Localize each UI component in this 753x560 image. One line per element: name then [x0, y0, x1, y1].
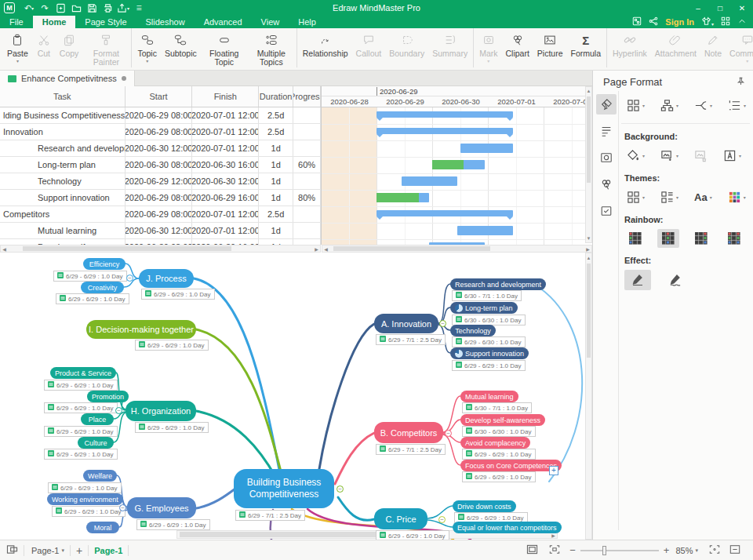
relationship-button[interactable]: Relationship — [299, 31, 352, 59]
topic-b-competitors[interactable]: B. Competitors — [374, 422, 443, 443]
add-page-button[interactable]: + — [76, 544, 82, 557]
collapse-panel-icon[interactable] — [729, 544, 740, 556]
print-button[interactable] — [100, 2, 115, 14]
panel-tab-task[interactable] — [596, 201, 617, 221]
column-header-finish[interactable]: Finish — [192, 86, 259, 107]
save-button[interactable] — [84, 2, 100, 14]
subtopic-efficiency[interactable]: Efficiency — [83, 258, 126, 270]
summary-bar-competitors[interactable] — [376, 210, 513, 216]
menu-tab-home[interactable]: Home — [33, 16, 76, 28]
apps-icon[interactable] — [632, 16, 642, 27]
subtopic-promotion[interactable]: Promotion — [87, 391, 129, 402]
theme-button[interactable]: ▾ — [624, 187, 647, 207]
collapse-toggle[interactable]: − — [119, 504, 126, 511]
subtopic-develop-self-awareness[interactable]: Develop self-awareness — [460, 414, 545, 426]
close-button[interactable]: ✕ — [731, 0, 753, 16]
document-tab[interactable]: Enhance Competivitness — [0, 71, 135, 86]
subtopic-long-term-plan[interactable]: Long-term plan — [450, 302, 518, 314]
subtopic-mutual-learning[interactable]: Mutual learning — [460, 391, 518, 402]
task-row-research-and-development[interactable]: Research and development2020-06-30 12:00… — [0, 140, 321, 157]
collapse-toggle[interactable]: − — [126, 275, 133, 282]
subtopic-welfare[interactable]: Welfare — [83, 470, 117, 482]
fullscreen-icon[interactable] — [549, 544, 560, 556]
subtopic-focus-on-core-competences[interactable]: Focus on Core Competences — [460, 460, 562, 471]
task-row-innovation[interactable]: Innovation2020-06-29 08:002020-07-01 12:… — [0, 124, 321, 140]
subtopic-equal-or-lower-than-competitors[interactable]: Equal or lower than competitors — [453, 522, 562, 533]
collapse-toggle[interactable]: − — [336, 485, 344, 493]
task-bar-long-term-plan[interactable] — [432, 160, 485, 169]
rainbow-option-3[interactable] — [690, 229, 712, 248]
panel-tab-outline[interactable] — [596, 121, 617, 141]
topic-a-innovation[interactable]: A. Innovation — [374, 314, 438, 333]
maximize-button[interactable]: □ — [709, 0, 731, 16]
rainbow-option-2[interactable] — [657, 229, 679, 248]
collapse-toggle[interactable]: − — [115, 407, 122, 414]
subtopic-research-and-development[interactable]: Research and development — [450, 278, 546, 290]
multiple-topics-button[interactable]: Multiple Topics — [248, 31, 295, 67]
topic-j-process[interactable]: J. Process — [139, 269, 194, 288]
numbering-button[interactable]: ▾ — [726, 96, 748, 115]
subtopic-creativity[interactable]: Creativity — [81, 282, 124, 293]
topic-button[interactable]: Topic▾ — [133, 31, 161, 64]
subtopic-moral[interactable]: Moral — [86, 522, 119, 533]
effect-hand-drawn-off-button[interactable] — [624, 270, 651, 290]
task-bar-mutual-learning[interactable] — [457, 226, 513, 235]
menu-tab-advanced[interactable]: Advanced — [195, 16, 252, 28]
column-header-progress[interactable]: Progress — [293, 86, 321, 107]
export-button[interactable]: ▾ — [115, 2, 131, 14]
column-header-task[interactable]: Task — [0, 86, 126, 107]
zoom-out-button[interactable]: − — [569, 544, 576, 556]
topic-i-decision-making-together[interactable]: I. Decision-making together — [86, 320, 196, 339]
new-document-button[interactable] — [53, 2, 68, 14]
redo-button[interactable]: ↷ — [37, 2, 53, 14]
collapse-toggle[interactable]: − — [438, 516, 446, 523]
topic-h-organization[interactable]: H. Organization — [126, 401, 196, 421]
task-row-long-term-plan[interactable]: Long-term plan2020-06-30 08:002020-06-30… — [0, 157, 321, 173]
central-topic[interactable]: Building Business Competitiveness — [234, 469, 334, 508]
zoom-level[interactable]: 85% — [675, 546, 693, 555]
zoom-slider[interactable] — [580, 550, 659, 551]
formula-button[interactable]: ΣFormula — [567, 31, 606, 59]
fit-to-screen-icon[interactable] — [709, 544, 720, 556]
sign-in-button[interactable]: Sign In — [665, 17, 694, 27]
table-horizontal-scrollbar[interactable]: ◀ ▶ — [0, 245, 321, 253]
minimize-button[interactable]: – — [687, 0, 709, 16]
customize-toolbar-button[interactable]: ☰ — [131, 2, 147, 14]
task-row-support-innovation[interactable]: Support innovation2020-06-29 08:002020-0… — [0, 190, 321, 206]
presentation-mode-icon[interactable] — [526, 544, 538, 556]
task-bar-technology[interactable] — [402, 176, 457, 186]
column-header-start[interactable]: Start — [126, 86, 193, 107]
tshirt-icon[interactable]: ▾ — [701, 16, 714, 27]
task-row-mutual-learning[interactable]: Mutual learning2020-06-30 12:002020-07-0… — [0, 223, 321, 239]
layout-button[interactable]: ▾ — [624, 96, 647, 115]
menu-tab-file[interactable]: File — [0, 16, 33, 28]
background-fill-button[interactable]: ▾ — [624, 146, 647, 165]
task-row-competitors[interactable]: Competitors2020-06-29 08:002020-07-01 12… — [0, 206, 321, 223]
branch-style-button[interactable]: ▾ — [692, 96, 715, 115]
subtopic-button[interactable]: Subtopic — [161, 31, 201, 59]
zoom-in-button[interactable]: + — [664, 544, 670, 556]
subtopic-product-service[interactable]: Product & Service — [50, 367, 116, 379]
menu-tab-slideshow[interactable]: Slideshow — [136, 16, 195, 28]
gantt-vertical-scrollbar[interactable]: ▲ ▼ — [585, 86, 592, 243]
undo-button[interactable]: ↶▾ — [21, 2, 37, 14]
subtopic-place[interactable]: Place — [81, 413, 114, 425]
theme-font-button[interactable]: Aa▾ — [692, 188, 715, 206]
panel-tab-snapshot[interactable] — [596, 147, 617, 168]
theme-style-button[interactable]: ▾ — [658, 187, 681, 207]
task-bar-support-innovation[interactable] — [376, 193, 429, 202]
clipart-button[interactable]: Clipart — [501, 31, 533, 59]
subtopic-working-environment[interactable]: Working environment — [47, 493, 123, 505]
subtopic-culture[interactable]: Culture — [78, 437, 114, 449]
paste-button[interactable]: Paste▾ — [3, 31, 32, 64]
effect-hand-drawn-on-button[interactable] — [662, 270, 689, 290]
summary-bar-lding-business-competitiveness[interactable] — [376, 111, 513, 118]
collapse-toggle[interactable]: − — [439, 320, 446, 327]
canvas-vertical-scrollbar[interactable]: ▲ — [585, 253, 592, 540]
collapse-toggle[interactable]: − — [445, 430, 452, 437]
watermark-button[interactable]: ▾ — [721, 146, 744, 165]
floating-topic-button[interactable]: Floating Topic — [201, 31, 248, 67]
task-row-lding-business-competitiveness[interactable]: lding Business Competitiveness2020-06-29… — [0, 107, 321, 124]
rainbow-option-4[interactable] — [723, 229, 745, 248]
subtopic-support-innovation[interactable]: Support innovation — [450, 347, 529, 359]
